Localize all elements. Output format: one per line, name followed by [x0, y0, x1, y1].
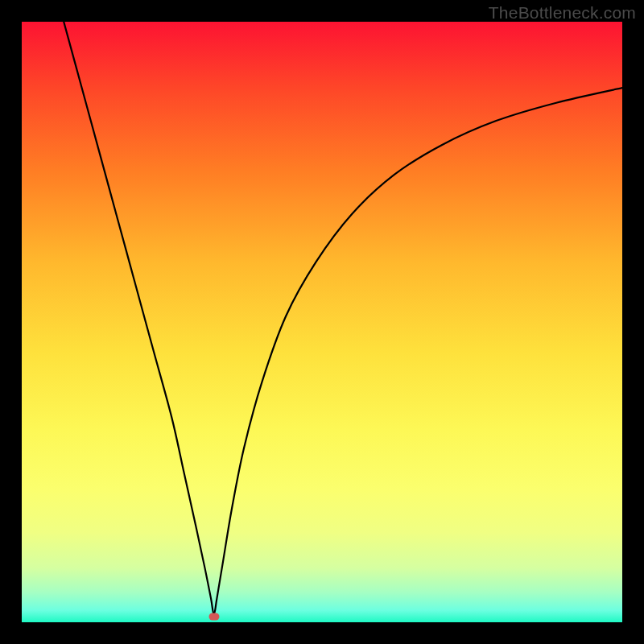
curve-svg	[22, 22, 622, 622]
watermark-text: TheBottleneck.com	[489, 3, 636, 23]
plot-area	[22, 22, 622, 622]
minimum-marker	[208, 613, 219, 620]
bottleneck-curve	[64, 22, 622, 614]
chart-container: TheBottleneck.com	[0, 0, 644, 644]
